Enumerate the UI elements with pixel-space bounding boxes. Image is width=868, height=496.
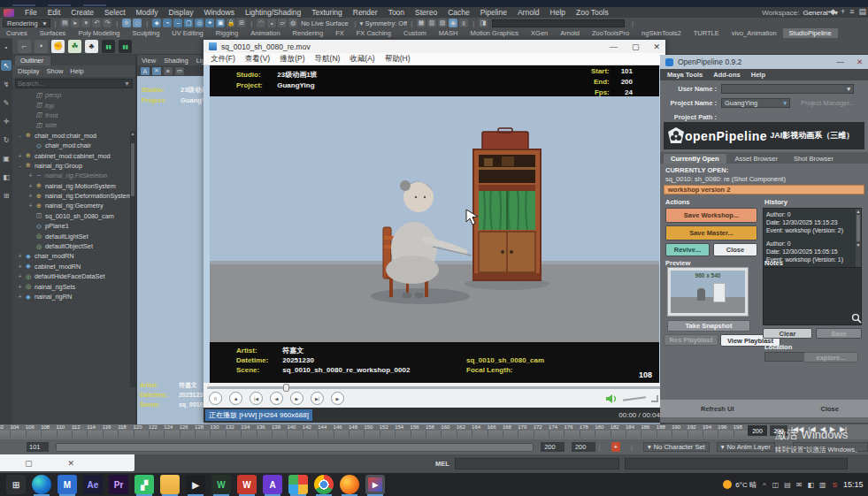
taskbar-icon[interactable]: A xyxy=(263,475,282,494)
notes-field[interactable] xyxy=(763,267,862,325)
frame-tick[interactable]: 122 xyxy=(149,424,164,438)
project-name-dropdown[interactable]: GuangYing▾ xyxy=(721,98,790,108)
pipeline-title-bar[interactable]: OpenPipeline 0.9.2 —✕ xyxy=(660,55,868,69)
workspace-icon[interactable]: ◆ xyxy=(830,7,836,16)
transport-button[interactable]: II xyxy=(209,392,222,405)
outliner-search[interactable]: ▼ xyxy=(15,79,133,88)
frame-tick[interactable]: 154 xyxy=(395,424,410,438)
taskbar-icon[interactable]: Ae xyxy=(83,475,103,494)
tray-icon[interactable]: ◫ xyxy=(772,481,780,489)
frame-tick[interactable]: 198 xyxy=(734,424,749,438)
tray-chevron-icon[interactable]: ^ xyxy=(763,481,766,489)
frame-tick[interactable]: 186 xyxy=(641,424,656,438)
menu-item[interactable]: Texturing xyxy=(306,8,348,17)
pipeline-tab[interactable]: Shot Browser xyxy=(787,154,841,164)
clock-in-icon[interactable]: ▮▮ xyxy=(102,40,115,53)
frame-tick[interactable]: 112 xyxy=(72,424,87,438)
menu-item[interactable]: Cache xyxy=(442,8,475,17)
taskbar-icon[interactable]: ▶ xyxy=(365,475,385,494)
trefoil-tool-icon[interactable]: ♣ xyxy=(85,40,98,53)
snap-plane-icon[interactable]: ▱ xyxy=(278,19,287,27)
frame-tick[interactable]: 124 xyxy=(164,424,179,438)
player-title-bar[interactable]: sq_0010_sh_0080_re.mov — ▢ ✕ xyxy=(204,40,665,53)
frame-tick[interactable]: 188 xyxy=(657,424,672,438)
outliner-node[interactable]: + nainai_rig:DeformationSystem xyxy=(12,191,135,201)
close-window-button[interactable]: Close xyxy=(812,403,848,415)
pipeline-tab[interactable]: Asset Browser xyxy=(728,154,785,164)
shelf-tab[interactable]: UV Editing xyxy=(165,28,209,38)
res-playblast-button[interactable]: Res Playblast xyxy=(664,334,718,346)
lasso-tool-icon[interactable]: ↯ xyxy=(1,79,12,89)
playback-button[interactable]: ▶ xyxy=(830,425,835,433)
outliner-node[interactable]: + chair_modRN xyxy=(12,251,135,261)
taskbar-clock[interactable]: 15:15 xyxy=(843,480,866,489)
shelf-tab[interactable]: MASH xyxy=(433,28,465,38)
time-slider[interactable]: 1021041061081101121141161181201221241261… xyxy=(0,424,868,439)
paint-select-tool-icon[interactable]: ✎ xyxy=(1,97,12,108)
outliner-node[interactable]: + cabinet_mod:cabinet_mod xyxy=(12,150,135,160)
shelf-tab[interactable]: TURTLE xyxy=(687,28,726,38)
film-gate-icon[interactable]: ▭ xyxy=(175,67,184,75)
frame-tick[interactable]: 128 xyxy=(195,424,210,438)
live-surface-icon[interactable]: ◍ xyxy=(288,19,297,27)
mask-dynamics-icon[interactable]: ✦ xyxy=(205,19,214,27)
scale-tool-icon[interactable]: ▣ xyxy=(1,153,12,164)
tray-icon[interactable]: ✉ xyxy=(796,481,803,489)
taskbar-icon[interactable]: M xyxy=(58,475,77,494)
shelf-tab[interactable]: Custom xyxy=(397,28,433,38)
player-menu-item[interactable]: 播放(P) xyxy=(280,54,304,65)
lines-icon[interactable]: ▤ xyxy=(858,7,866,16)
frame-tick[interactable]: 146 xyxy=(334,424,349,438)
outliner-node[interactable]: defaultLightSet xyxy=(12,231,135,240)
shelf-tab[interactable]: FX Caching xyxy=(350,28,397,38)
taskbar-icon[interactable]: ⊞ xyxy=(6,475,26,494)
frame-tick[interactable]: 156 xyxy=(411,424,426,438)
single-pane-layout-icon[interactable]: ◧ xyxy=(1,172,12,182)
menu-item[interactable]: Render xyxy=(348,8,383,17)
shelf-arrow-icon[interactable]: ⌐ xyxy=(18,40,31,53)
tray-icon[interactable]: ▤ xyxy=(784,481,791,489)
outliner-node[interactable]: chair_mod:chair xyxy=(12,141,135,150)
frame-tick[interactable]: 150 xyxy=(364,424,379,438)
open-scene-icon[interactable]: ▸ xyxy=(71,19,80,27)
menu-item[interactable]: Edit xyxy=(42,8,66,17)
mask-curves-icon[interactable]: ~ xyxy=(173,19,182,27)
player-menu-item[interactable]: 帮助(H) xyxy=(385,54,411,65)
frame-tick[interactable]: 102 xyxy=(0,424,10,438)
no-gate-icon[interactable]: ✕ xyxy=(152,67,161,75)
transport-button[interactable]: ▶ xyxy=(290,392,303,405)
select-object-icon[interactable]: ◇ xyxy=(133,19,142,27)
viewport-menu-item[interactable]: View xyxy=(142,57,156,65)
frame-tick[interactable]: 142 xyxy=(303,424,318,438)
menu-item[interactable]: Stereo xyxy=(410,8,442,17)
seek-slider[interactable] xyxy=(207,386,662,389)
menu-item[interactable]: Windows xyxy=(198,8,239,17)
player-menu-item[interactable]: 文件(F) xyxy=(211,54,235,65)
volume-slider[interactable] xyxy=(623,396,646,401)
save-workshop-button[interactable]: Save Workshop... xyxy=(665,208,757,223)
preview-thumbnail[interactable]: 960 x 540 xyxy=(667,267,749,317)
frame-tick[interactable]: 108 xyxy=(41,424,56,438)
menu-toggle-icon[interactable]: • xyxy=(1,42,12,52)
frame-tick[interactable]: 118 xyxy=(118,424,133,438)
outliner-node[interactable]: + nainai_rigRN xyxy=(12,292,135,301)
mask-joints-icon[interactable]: ⌁ xyxy=(163,19,172,27)
transport-button[interactable]: ▶ xyxy=(331,392,344,405)
outliner-node[interactable]: + cabinet_modRN xyxy=(12,262,135,271)
transport-button[interactable]: ◀ xyxy=(270,392,283,405)
menu-item[interactable]: Toon xyxy=(383,8,410,17)
quick-selection-field[interactable] xyxy=(492,19,625,27)
mel-label[interactable]: MEL xyxy=(435,460,449,468)
frame-tick[interactable]: 116 xyxy=(103,424,118,438)
outliner-node[interactable]: sq_0010_sh_0080_cam xyxy=(12,211,135,221)
taskbar-icon[interactable] xyxy=(288,475,308,494)
outliner-node[interactable]: - chair_mod:chair_mod xyxy=(12,131,135,141)
mini-window-controls[interactable]: ▢ ✕ xyxy=(0,454,134,471)
taskbar-icon[interactable]: ▶ xyxy=(186,475,205,494)
character-set-dropdown[interactable]: ▾No Character Set xyxy=(643,442,710,452)
player-menu-item[interactable]: 导航(N) xyxy=(315,54,341,65)
player-menu-item[interactable]: 查看(V) xyxy=(245,54,270,65)
close-icon[interactable]: ✕ xyxy=(68,459,75,468)
minimize-icon[interactable]: — xyxy=(610,42,618,51)
menu-item[interactable]: Arnold xyxy=(512,8,545,17)
